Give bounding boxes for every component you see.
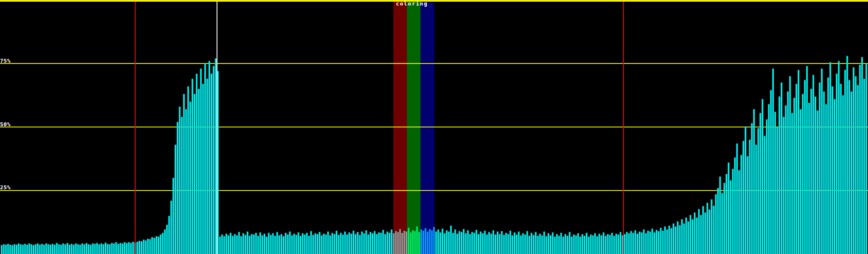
histogram-bar [618,235,619,254]
histogram-bar [83,244,85,254]
histogram-bar [471,232,473,254]
histogram: 75% 50% 25% coloring [0,0,868,254]
histogram-bar [198,89,200,254]
histogram-bar [200,69,202,254]
histogram-bar [291,235,293,254]
histogram-bar [486,235,488,254]
histogram-bar [492,230,494,254]
histogram-bar [601,235,602,254]
histogram-bar [545,236,547,254]
histogram-bar [192,79,193,254]
histogram-bar [5,245,7,254]
histogram-bar [249,236,250,254]
histogram-bar [495,235,496,254]
histogram-bar [298,232,299,254]
histogram-bar [139,241,140,254]
histogram-bar [7,244,9,254]
histogram-bar [781,83,782,254]
histogram-bar [126,243,128,254]
histogram-bar [41,244,43,254]
histogram-bar [509,231,511,254]
histogram-bar [507,234,509,254]
histogram-bar [181,117,183,254]
histogram-bar [800,109,801,254]
histogram-bar [740,155,742,254]
histogram-bar [849,80,850,254]
histogram-bar [334,234,335,254]
histogram-bar [634,230,636,254]
histogram-bar [543,232,545,254]
histogram-bar [609,235,611,254]
histogram-bar [562,237,564,254]
histogram-bar [401,233,403,254]
histogram-bar [490,234,492,254]
histogram-bar [751,123,753,254]
histogram-bar [69,245,70,254]
histogram-bar [209,61,210,254]
histogram-bar [666,229,668,254]
histogram-bar [47,244,49,254]
histogram-bar [484,231,486,254]
histogram-bar [844,70,846,254]
histogram-bar [245,235,246,254]
histogram-bar [723,183,725,254]
histogram-bar [365,230,367,254]
histogram-bar [766,119,768,254]
histogram-bar [450,226,452,254]
gridline-50 [0,127,868,127]
histogram-bar [391,229,392,254]
histogram-bar [143,240,145,254]
histogram-bar [141,241,142,254]
histogram-bar [94,244,96,254]
histogram-bar [156,236,157,254]
red-marker-left-line[interactable] [135,0,136,254]
histogram-bar [43,245,45,254]
histogram-bar [846,56,848,254]
histogram-bar [764,136,765,254]
red-marker-right-line[interactable] [623,0,624,254]
histogram-bar [529,236,530,254]
histogram-bar [16,245,17,254]
histogram-bar [531,233,532,254]
histogram-bar [537,236,539,254]
histogram-bar [251,234,253,254]
histogram-bar [372,233,373,254]
histogram-bar [702,206,704,254]
histogram-bar [658,231,659,254]
y-axis-label-25: 25% [0,185,11,190]
histogram-bar [336,231,337,254]
histogram-bar [603,232,604,254]
histogram-bar [645,233,647,254]
histogram-bar [787,91,789,254]
histogram-bar [257,236,259,254]
histogram-bar [433,227,435,254]
histogram-bar [654,232,655,254]
histogram-bar [223,236,225,254]
histogram-bar [825,104,827,254]
histogram-bar [234,234,236,254]
histogram-bar [340,233,342,254]
histogram-bar [628,233,630,254]
histogram-bar [459,231,460,254]
histogram-bar [387,232,388,254]
histogram-bar [836,74,837,254]
white-marker-mid-line[interactable] [217,0,217,254]
histogram-bar [416,226,418,254]
histogram-bar [668,226,670,254]
histogram-bar [310,231,312,254]
histogram-bar [762,99,763,254]
histogram-bar [314,233,316,254]
histogram-bar [586,233,587,254]
histogram-bar [626,232,628,254]
histogram-bar [3,244,5,254]
histogram-bar [442,229,443,254]
histogram-bar [859,65,861,254]
histogram-bar [607,234,609,254]
histogram-bar [122,243,123,254]
histogram-bar [353,231,354,254]
histogram-bar [615,234,617,254]
histogram-bar [211,74,212,254]
histogram-bar [124,242,125,254]
histogram-bar [270,235,272,254]
histogram-bar [596,236,598,254]
